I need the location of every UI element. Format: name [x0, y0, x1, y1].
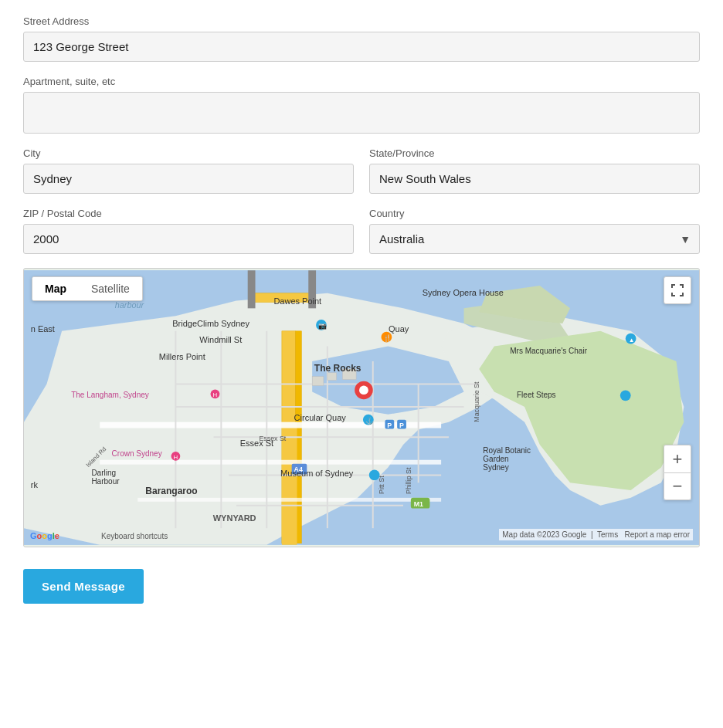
svg-text:📷: 📷: [318, 321, 328, 330]
svg-text:Macquarie St: Macquarie St: [473, 381, 480, 422]
street-address-label: Street Address: [23, 15, 700, 27]
svg-rect-12: [137, 498, 441, 502]
svg-text:▲: ▲: [629, 337, 635, 344]
svg-rect-37: [328, 373, 337, 381]
svg-rect-15: [308, 270, 316, 308]
map-tab-satellite[interactable]: Satellite: [79, 277, 142, 300]
apartment-input[interactable]: [23, 92, 700, 134]
city-group: City: [23, 147, 354, 194]
svg-text:⚓: ⚓: [365, 416, 375, 425]
city-input[interactable]: [23, 164, 354, 194]
svg-point-59: [620, 390, 631, 401]
map-zoom-controls: + −: [664, 445, 691, 500]
svg-text:H: H: [213, 391, 218, 398]
street-address-input[interactable]: [23, 32, 700, 62]
svg-rect-36: [312, 377, 324, 386]
svg-text:Phillip St: Phillip St: [405, 467, 412, 494]
svg-text:🍴: 🍴: [383, 334, 392, 343]
city-label: City: [23, 147, 354, 159]
country-select-wrapper: Australia United States United Kingdom C…: [369, 224, 700, 254]
map-tabs: Map Satellite: [32, 276, 143, 301]
zip-group: ZIP / Postal Code: [23, 208, 354, 254]
report-link[interactable]: Report a map error: [625, 530, 690, 539]
svg-rect-11: [100, 460, 441, 465]
svg-text:H: H: [173, 454, 178, 461]
svg-text:P: P: [399, 422, 404, 429]
state-group: State/Province: [369, 147, 700, 194]
google-logo: Google: [30, 531, 59, 540]
svg-point-56: [369, 470, 380, 481]
svg-text:Essex St: Essex St: [259, 435, 286, 442]
svg-text:harbour: harbour: [115, 300, 144, 310]
zip-input[interactable]: [23, 224, 354, 254]
country-select[interactable]: Australia United States United Kingdom C…: [369, 224, 700, 254]
apartment-label: Apartment, suite, etc: [23, 76, 700, 87]
country-group: Country Australia United States United K…: [369, 208, 700, 254]
city-state-row: City State/Province: [23, 147, 700, 194]
fullscreen-icon: [670, 283, 684, 297]
map-tab-map[interactable]: Map: [32, 277, 79, 300]
state-label: State/Province: [369, 147, 700, 159]
map-container[interactable]: M1 A4 Pitt St Phillip St Macquarie St Es…: [23, 268, 700, 547]
zoom-out-button[interactable]: −: [664, 472, 691, 500]
country-label: Country: [369, 208, 700, 219]
apartment-group: Apartment, suite, etc: [23, 76, 700, 134]
state-input[interactable]: [369, 164, 700, 194]
svg-text:P: P: [387, 422, 392, 429]
map-attribution: Map data ©2023 Google | Terms Report a m…: [499, 529, 693, 540]
svg-text:A4: A4: [294, 466, 303, 473]
svg-point-40: [359, 386, 368, 395]
zoom-in-button[interactable]: +: [664, 445, 691, 472]
keyboard-shortcuts[interactable]: Keyboard shortcuts: [101, 532, 168, 540]
svg-text:M1: M1: [414, 500, 423, 508]
terms-link[interactable]: Terms: [597, 530, 618, 539]
zip-label: ZIP / Postal Code: [23, 208, 354, 219]
svg-text:Pitt St: Pitt St: [378, 476, 385, 494]
svg-rect-14: [248, 270, 256, 308]
zip-country-row: ZIP / Postal Code Country Australia Unit…: [23, 208, 700, 254]
svg-rect-38: [342, 369, 356, 380]
svg-rect-13: [252, 293, 313, 303]
send-message-button[interactable]: Send Message: [23, 569, 144, 604]
street-address-group: Street Address: [23, 15, 700, 62]
map-data-text: Map data ©2023 Google: [502, 530, 586, 539]
fullscreen-button[interactable]: [664, 276, 691, 304]
map-svg: M1 A4 Pitt St Phillip St Macquarie St Es…: [24, 269, 699, 547]
